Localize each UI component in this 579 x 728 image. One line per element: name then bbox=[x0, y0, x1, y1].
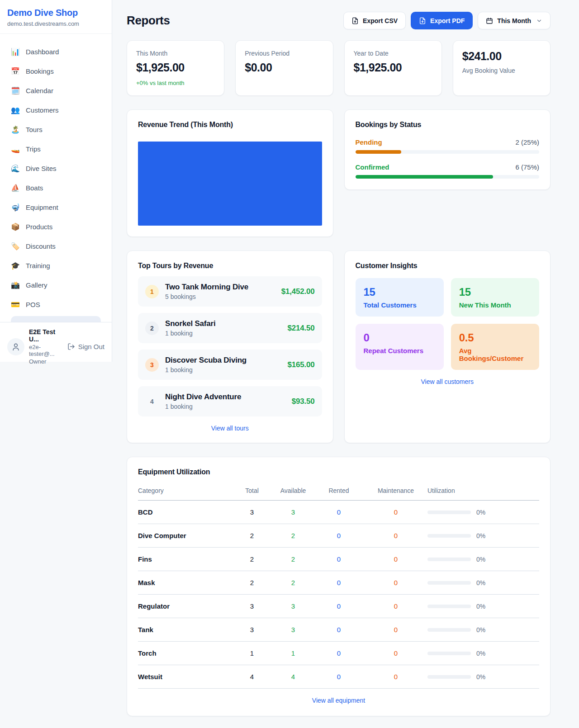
cell-rented: 0 bbox=[313, 618, 364, 642]
tours-icon: 🏝️ bbox=[11, 125, 20, 134]
cell-utilization: 0% bbox=[427, 618, 539, 642]
status-bar-fill bbox=[356, 150, 402, 154]
tour-row: 2 Snorkel Safari 1 booking $214.50 bbox=[138, 313, 322, 343]
cell-category: Wetsuit bbox=[138, 665, 231, 689]
pos-icon: 💳 bbox=[11, 300, 20, 309]
utilization-percent: 0% bbox=[476, 509, 485, 516]
customers-icon: 👥 bbox=[11, 106, 20, 114]
sidebar-item-dashboard[interactable]: 📊 Dashboard bbox=[5, 42, 106, 61]
export-csv-button[interactable]: Export CSV bbox=[343, 12, 406, 29]
cell-available: 2 bbox=[273, 524, 313, 548]
stat-label: Avg Booking Value bbox=[462, 67, 541, 74]
view-all-customers-link[interactable]: View all customers bbox=[356, 378, 540, 385]
table-row: Torch 1 1 0 0 0% bbox=[138, 642, 539, 665]
cell-rented: 0 bbox=[313, 548, 364, 571]
equipment-utilization-card: Equipment Utilization Category Total Ava… bbox=[127, 457, 551, 716]
status-count: 2 (25%) bbox=[515, 138, 539, 146]
insight-value: 15 bbox=[364, 286, 436, 298]
cell-available: 4 bbox=[273, 665, 313, 689]
utilization-bar-track bbox=[427, 558, 471, 561]
rank-badge: 2 bbox=[145, 321, 159, 335]
user-email: e2e-tester@... bbox=[29, 344, 63, 357]
status-bar-fill bbox=[356, 175, 494, 179]
tour-name: Night Dive Adventure bbox=[165, 392, 285, 402]
stat-label: Previous Period bbox=[245, 50, 323, 57]
utilization-bar-track bbox=[427, 534, 471, 538]
revenue-trend-card: Revenue Trend (This Month) bbox=[127, 109, 333, 237]
shop-domain: demo.test.divestreams.com bbox=[7, 20, 104, 27]
tour-revenue: $1,452.00 bbox=[281, 287, 315, 296]
utilization-percent: 0% bbox=[476, 626, 485, 633]
sidebar-item-pos[interactable]: 💳 POS bbox=[5, 295, 106, 314]
sidebar-item-label: POS bbox=[26, 301, 40, 308]
cell-available: 3 bbox=[273, 618, 313, 642]
utilization-bar-track bbox=[427, 581, 471, 585]
cell-total: 1 bbox=[231, 642, 273, 665]
cell-utilization: 0% bbox=[427, 595, 539, 618]
sign-out-button[interactable]: Sign Out bbox=[67, 343, 104, 350]
cell-available: 2 bbox=[273, 548, 313, 571]
main-content: Reports Export CSV Export PDF This Month… bbox=[112, 0, 551, 716]
view-all-tours-link[interactable]: View all tours bbox=[138, 425, 322, 432]
column-header-available: Available bbox=[273, 482, 313, 501]
cell-total: 2 bbox=[231, 571, 273, 595]
column-header-rented: Rented bbox=[313, 482, 364, 501]
stats-row: This Month $1,925.00 +0% vs last month P… bbox=[127, 40, 551, 96]
cell-total: 4 bbox=[231, 665, 273, 689]
sidebar-item-bookings[interactable]: 📅 Bookings bbox=[5, 61, 106, 81]
insight-value: 15 bbox=[459, 286, 531, 298]
discounts-icon: 🏷️ bbox=[11, 242, 20, 251]
sidebar-item-label: Dashboard bbox=[26, 48, 59, 56]
tour-revenue: $93.50 bbox=[292, 397, 315, 406]
customer-insights-title: Customer Insights bbox=[356, 262, 540, 270]
sidebar-item-reports-partial[interactable] bbox=[11, 316, 101, 322]
sidebar-item-tours[interactable]: 🏝️ Tours bbox=[5, 120, 106, 139]
stat-card-previous-period: Previous Period $0.00 bbox=[235, 40, 333, 96]
cell-rented: 0 bbox=[313, 595, 364, 618]
cell-rented: 0 bbox=[313, 524, 364, 548]
cell-utilization: 0% bbox=[427, 665, 539, 689]
insight-label: Avg Bookings/Customer bbox=[459, 347, 531, 362]
cell-maintenance: 0 bbox=[364, 501, 427, 524]
sidebar-item-equipment[interactable]: 🤿 Equipment bbox=[5, 198, 106, 217]
cell-category: Dive Computer bbox=[138, 524, 231, 548]
cell-rented: 0 bbox=[313, 665, 364, 689]
table-row: Regulator 3 3 0 0 0% bbox=[138, 595, 539, 618]
tour-row: 3 Discover Scuba Diving 1 booking $165.0… bbox=[138, 350, 322, 380]
cell-rented: 0 bbox=[313, 501, 364, 524]
sidebar-item-gallery[interactable]: 📸 Gallery bbox=[5, 275, 106, 295]
sidebar-item-calendar[interactable]: 🗓️ Calendar bbox=[5, 81, 106, 100]
rank-badge: 1 bbox=[145, 285, 159, 298]
status-label: Confirmed bbox=[356, 163, 389, 171]
utilization-bar-track bbox=[427, 628, 471, 632]
sidebar-item-trips[interactable]: 🚤 Trips bbox=[5, 139, 106, 159]
tour-row: 4 Night Dive Adventure 1 booking $93.50 bbox=[138, 386, 322, 416]
sidebar-item-customers[interactable]: 👥 Customers bbox=[5, 100, 106, 120]
equipment-utilization-title: Equipment Utilization bbox=[138, 468, 539, 476]
column-header-utilization: Utilization bbox=[427, 482, 539, 501]
file-download-icon bbox=[419, 17, 426, 24]
tour-name: Discover Scuba Diving bbox=[165, 356, 281, 365]
cell-utilization: 0% bbox=[427, 642, 539, 665]
sidebar-item-boats[interactable]: ⛵ Boats bbox=[5, 178, 106, 198]
sidebar-nav: 📊 Dashboard 📅 Bookings 🗓️ Calendar 👥 Cus… bbox=[0, 34, 112, 322]
user-name: E2E Test U... bbox=[29, 328, 63, 343]
sidebar-item-training[interactable]: 🎓 Training bbox=[5, 256, 106, 275]
insights-grid: 15 Total Customers 15 New This Month 0 R… bbox=[356, 278, 540, 370]
period-select[interactable]: This Month bbox=[478, 12, 551, 29]
cell-maintenance: 0 bbox=[364, 618, 427, 642]
cell-rented: 0 bbox=[313, 642, 364, 665]
training-icon: 🎓 bbox=[11, 261, 20, 270]
export-pdf-button[interactable]: Export PDF bbox=[411, 12, 473, 29]
cell-maintenance: 0 bbox=[364, 665, 427, 689]
sidebar-item-label: Gallery bbox=[26, 281, 47, 289]
status-count: 6 (75%) bbox=[515, 163, 539, 171]
sidebar-item-discounts[interactable]: 🏷️ Discounts bbox=[5, 236, 106, 256]
sidebar-item-dive-sites[interactable]: 🌊 Dive Sites bbox=[5, 159, 106, 178]
status-row-pending: Pending 2 (25%) bbox=[356, 138, 540, 154]
cell-available: 1 bbox=[273, 642, 313, 665]
equipment-icon: 🤿 bbox=[11, 203, 20, 212]
page-title: Reports bbox=[127, 14, 170, 28]
view-all-equipment-link[interactable]: View all equipment bbox=[138, 697, 539, 704]
sidebar-item-products[interactable]: 📦 Products bbox=[5, 217, 106, 236]
